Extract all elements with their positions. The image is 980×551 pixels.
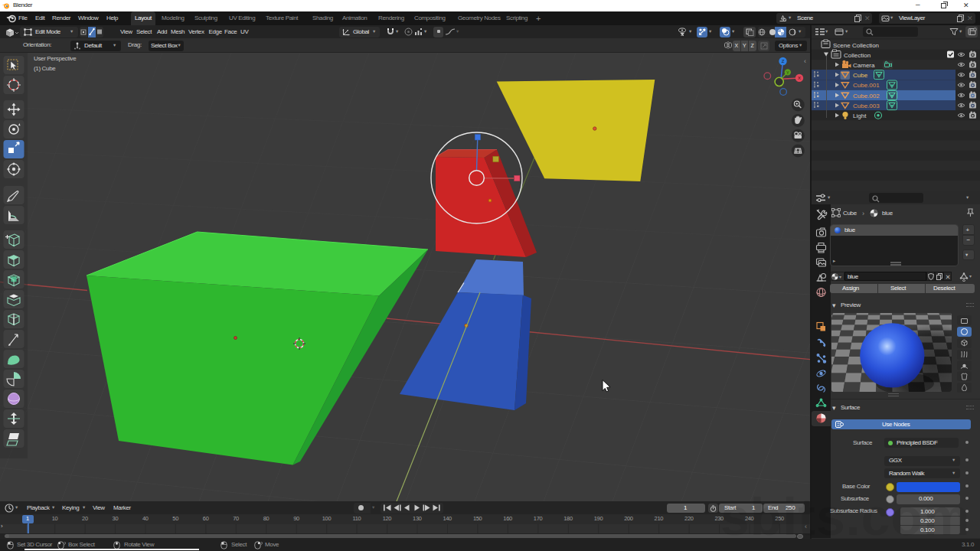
svg-text:Z: Z <box>782 59 785 64</box>
svg-text:Y: Y <box>786 70 789 75</box>
svg-text:X: X <box>798 76 801 80</box>
svg-text:Cube.003: Cube.003 <box>853 103 880 109</box>
svg-text:Cube: Cube <box>853 72 868 79</box>
svg-text:Collection: Collection <box>844 52 871 59</box>
svg-text:Cube.002: Cube.002 <box>853 93 880 99</box>
svg-text:Cube.001: Cube.001 <box>853 82 880 89</box>
svg-text:Light: Light <box>853 112 867 119</box>
svg-text:Camera: Camera <box>853 62 875 69</box>
svg-text:‹: ‹ <box>804 57 806 65</box>
svg-text:Scene Collection: Scene Collection <box>833 42 879 49</box>
